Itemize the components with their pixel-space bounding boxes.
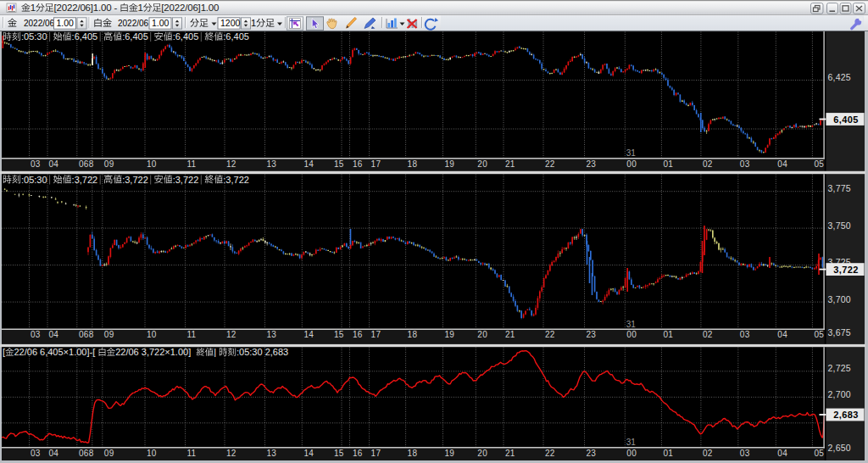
svg-text:16: 16 (353, 330, 363, 339)
svg-text:03: 03 (740, 159, 750, 169)
svg-text:[2022/06]1.00 -: [2022/06]1.00 - (54, 3, 118, 13)
svg-text:20: 20 (477, 159, 487, 169)
svg-text:2022/06: 2022/06 (118, 19, 149, 28)
svg-text::3,722: :3,722 (173, 175, 199, 185)
svg-text:|: | (214, 347, 216, 357)
svg-text:09: 09 (104, 159, 114, 169)
svg-text:22: 22 (545, 330, 555, 339)
svg-text:13: 13 (267, 449, 277, 458)
svg-text:03: 03 (31, 159, 41, 169)
svg-text:2022/06: 2022/06 (24, 19, 55, 28)
svg-text::05:30: :05:30 (21, 31, 47, 42)
svg-text:3,775: 3,775 (828, 183, 851, 193)
svg-text:02: 02 (703, 330, 713, 339)
svg-text:00: 00 (626, 330, 637, 339)
svg-text:12: 12 (226, 330, 236, 339)
svg-text::3,722: :3,722 (223, 175, 249, 185)
svg-text::3,722: :3,722 (72, 175, 98, 185)
svg-text:[: [ (3, 347, 5, 357)
svg-text:01: 01 (663, 330, 673, 339)
svg-text:15: 15 (334, 159, 344, 169)
svg-text:16: 16 (353, 159, 363, 169)
svg-text:15: 15 (334, 330, 344, 339)
svg-text:31: 31 (626, 438, 637, 447)
svg-text:18: 18 (408, 330, 418, 339)
svg-text:00: 00 (626, 159, 637, 169)
svg-text:22: 22 (545, 159, 555, 169)
svg-text:03: 03 (740, 330, 750, 339)
svg-text:22/06 3,722×1.00]: 22/06 3,722×1.00] (115, 347, 191, 357)
svg-text:1: 1 (251, 18, 256, 28)
svg-text:1.00: 1.00 (152, 18, 170, 28)
svg-text:6,405: 6,405 (833, 114, 859, 125)
svg-text:10: 10 (147, 449, 157, 458)
svg-text:6,425: 6,425 (828, 72, 851, 82)
svg-text:03: 03 (31, 330, 41, 339)
svg-text::6,405: :6,405 (223, 31, 249, 42)
svg-text:12: 12 (226, 159, 236, 169)
svg-text:068: 068 (79, 449, 94, 458)
svg-text::05:30 2,683: :05:30 2,683 (236, 347, 288, 357)
svg-text:11: 11 (187, 449, 197, 458)
svg-text:2,725: 2,725 (828, 363, 851, 373)
svg-text:3,675: 3,675 (828, 327, 851, 337)
svg-text:10: 10 (147, 330, 157, 339)
svg-text:1: 1 (31, 3, 36, 13)
svg-text:14: 14 (304, 330, 314, 339)
svg-text:2,700: 2,700 (828, 389, 851, 399)
svg-text:03: 03 (31, 449, 41, 458)
svg-text:04: 04 (777, 159, 787, 169)
svg-text:22: 22 (545, 449, 555, 458)
svg-text:04: 04 (49, 159, 59, 169)
svg-text:17: 17 (371, 330, 381, 339)
svg-text:31: 31 (626, 320, 637, 329)
svg-text:19: 19 (445, 330, 455, 339)
svg-text:068: 068 (79, 330, 94, 339)
svg-text:20: 20 (477, 330, 487, 339)
svg-text:04: 04 (777, 330, 787, 339)
svg-text:02: 02 (703, 159, 713, 169)
svg-text:11: 11 (187, 159, 197, 169)
svg-text:22/06 6,405×1.00]-[: 22/06 6,405×1.00]-[ (14, 347, 96, 357)
svg-text:068: 068 (79, 159, 94, 169)
svg-text:19: 19 (445, 449, 455, 458)
svg-text:23: 23 (587, 330, 597, 339)
svg-text:1200: 1200 (220, 18, 241, 28)
svg-text::05:30: :05:30 (21, 175, 47, 185)
svg-text:21: 21 (505, 330, 515, 339)
svg-text:[2022/06]1.00: [2022/06]1.00 (161, 3, 219, 13)
svg-text:00: 00 (626, 449, 637, 458)
svg-text:18: 18 (408, 449, 418, 458)
svg-text:05: 05 (814, 330, 824, 339)
svg-text:05: 05 (814, 449, 824, 458)
svg-text:3,700: 3,700 (828, 294, 851, 304)
svg-text:14: 14 (304, 449, 314, 458)
svg-text::6,405: :6,405 (72, 31, 98, 42)
svg-text:15: 15 (334, 449, 344, 458)
svg-text:03: 03 (740, 449, 750, 458)
svg-text:04: 04 (49, 330, 59, 339)
svg-text:09: 09 (104, 330, 114, 339)
svg-text:02: 02 (703, 449, 713, 458)
svg-text:17: 17 (371, 449, 381, 458)
svg-text:3,750: 3,750 (828, 220, 851, 231)
svg-text:17: 17 (371, 159, 381, 169)
svg-text:09: 09 (104, 449, 114, 458)
svg-text:2,650: 2,650 (828, 443, 851, 453)
svg-text:21: 21 (505, 449, 515, 458)
svg-text:10: 10 (147, 159, 157, 169)
svg-text:2,683: 2,683 (833, 410, 859, 420)
svg-text:31: 31 (626, 148, 637, 158)
svg-text:1: 1 (138, 3, 143, 13)
svg-text::6,405: :6,405 (173, 31, 199, 42)
svg-text:21: 21 (505, 159, 515, 169)
svg-text:01: 01 (663, 159, 673, 169)
svg-text:3,722: 3,722 (833, 265, 859, 275)
svg-text:23: 23 (587, 159, 597, 169)
svg-text:1.00: 1.00 (57, 18, 75, 28)
svg-text:13: 13 (267, 159, 277, 169)
svg-text:05: 05 (814, 159, 824, 169)
svg-text::6,405: :6,405 (122, 31, 148, 42)
svg-text:01: 01 (663, 449, 673, 458)
svg-text:11: 11 (187, 330, 197, 339)
